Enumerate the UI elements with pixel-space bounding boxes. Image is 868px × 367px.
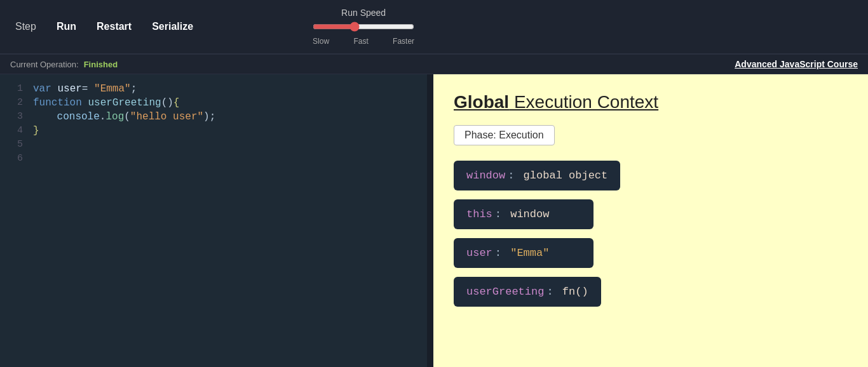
code-line-4: 4 } xyxy=(0,124,427,138)
current-op-label: Current Operation: xyxy=(10,60,79,69)
exec-key-window: window xyxy=(466,170,505,182)
code-content-3: console.log("hello user"); xyxy=(33,111,215,123)
speed-slider[interactable] xyxy=(313,22,414,32)
code-line-5: 5 xyxy=(0,138,427,152)
code-content-1: var user= "Emma"; xyxy=(33,83,137,95)
current-op-value: Finished xyxy=(84,60,118,69)
code-content-6 xyxy=(33,153,39,164)
speed-fast-label: Fast xyxy=(353,37,368,46)
code-panel: 1 var user= "Emma"; 2 function userGreet… xyxy=(0,74,427,367)
speed-slow-label: Slow xyxy=(313,37,329,46)
exec-item-window: window: global object xyxy=(454,161,620,190)
run-button[interactable]: Run xyxy=(51,18,81,35)
restart-button[interactable]: Restart xyxy=(92,18,137,35)
exec-key-this: this xyxy=(466,208,492,220)
course-title[interactable]: Advanced JavaScript Course xyxy=(735,59,858,69)
exec-val-user: "Emma" xyxy=(504,247,549,259)
code-line-3: 3 console.log("hello user"); xyxy=(0,110,427,124)
run-speed-label: Run Speed xyxy=(341,8,386,18)
code-content-2: function userGreeting(){ xyxy=(33,97,179,109)
main: 1 var user= "Emma"; 2 function userGreet… xyxy=(0,74,868,367)
slider-wrapper: Slow Fast Faster xyxy=(313,22,414,46)
exec-title: Global Execution Context xyxy=(454,92,848,112)
toolbar: Step Run Restart Serialize Run Speed Slo… xyxy=(0,0,868,54)
run-speed-container: Run Speed Slow Fast Faster xyxy=(313,8,414,46)
toolbar-buttons: Step Run Restart Serialize xyxy=(10,18,198,35)
panel-divider xyxy=(427,74,433,367)
serialize-button[interactable]: Serialize xyxy=(147,18,198,35)
exec-title-bold: Global xyxy=(454,92,509,112)
code-content-4: } xyxy=(33,125,39,137)
slider-labels: Slow Fast Faster xyxy=(313,37,414,46)
line-num-2: 2 xyxy=(5,97,23,108)
exec-panel: Global Execution Context Phase: Executio… xyxy=(433,74,868,367)
exec-val-usergreeting: fn() xyxy=(556,286,588,298)
exec-key-user: user xyxy=(466,247,492,259)
speed-faster-label: Faster xyxy=(393,37,414,46)
code-line-1: 1 var user= "Emma"; xyxy=(0,82,427,96)
exec-item-user: user: "Emma" xyxy=(454,238,593,268)
exec-val-window: global object xyxy=(517,170,607,182)
phase-badge: Phase: Execution xyxy=(454,125,555,145)
code-content-5 xyxy=(33,139,39,150)
exec-key-usergreeting: userGreeting xyxy=(466,286,544,298)
line-num-3: 3 xyxy=(5,111,23,122)
exec-title-rest: Execution Context xyxy=(509,92,658,112)
exec-item-this: this: window xyxy=(454,199,593,229)
code-line-2: 2 function userGreeting(){ xyxy=(0,96,427,110)
line-num-5: 5 xyxy=(5,139,23,150)
step-button[interactable]: Step xyxy=(10,18,41,35)
line-num-4: 4 xyxy=(5,125,23,136)
exec-item-usergreeting: userGreeting: fn() xyxy=(454,277,601,307)
status-bar: Current Operation: Finished Advanced Jav… xyxy=(0,54,868,74)
line-num-6: 6 xyxy=(5,153,23,164)
exec-val-this: window xyxy=(504,208,549,220)
code-line-6: 6 xyxy=(0,152,427,166)
line-num-1: 1 xyxy=(5,83,23,94)
